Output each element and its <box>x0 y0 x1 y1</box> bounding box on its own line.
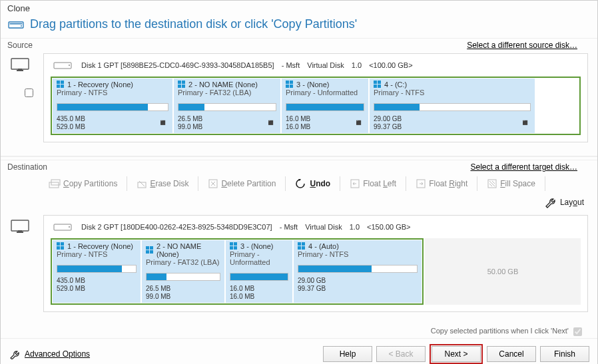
partition-box[interactable]: 2 - NO NAME (None)Primary - FAT32 (LBA)2… <box>142 240 224 303</box>
layout-button[interactable]: Layout <box>540 195 588 210</box>
partition-type: Primary - NTFS <box>57 250 137 258</box>
change-target-link[interactable]: Select a different target disk… <box>470 162 577 172</box>
finish-button[interactable]: Finish <box>540 346 589 362</box>
svg-line-27 <box>139 181 145 186</box>
partition-box[interactable]: 3 - (None)Primary - Unformatted16.0 MB16… <box>226 240 292 303</box>
svg-rect-6 <box>54 63 71 69</box>
partition-box[interactable]: 2 - NO NAME (None)Primary - FAT32 (LBA)2… <box>174 79 280 133</box>
partition-type: Primary - FAT32 (LBA) <box>146 258 220 266</box>
partition-sizes: 26.5 MB99.0 MB <box>146 285 220 301</box>
svg-rect-22 <box>374 85 377 88</box>
partition-box[interactable]: 1 - Recovery (None)Primary - NTFS435.0 M… <box>53 79 172 133</box>
partition-type: Primary - NTFS <box>374 89 531 96</box>
svg-point-2 <box>21 25 22 27</box>
copy-partitions-button[interactable]: Copy Partitions <box>45 177 121 190</box>
free-space-region[interactable]: 50.00 GB <box>425 238 581 305</box>
undo-icon <box>295 178 307 189</box>
svg-rect-14 <box>178 85 181 88</box>
partition-box[interactable]: 4 - (C:)Primary - NTFS29.00 GB99.37 GB◾ <box>370 79 535 133</box>
svg-rect-37 <box>11 220 29 231</box>
usage-bar <box>146 273 220 281</box>
svg-rect-5 <box>18 69 22 71</box>
svg-rect-8 <box>57 81 60 84</box>
stop-icon: ◾ <box>157 117 168 128</box>
delete-icon <box>208 178 218 189</box>
partition-box[interactable]: 3 - (None)Primary - Unformatted16.0 MB16… <box>282 79 368 133</box>
copy-on-next-checkbox <box>573 327 582 336</box>
advanced-options-link[interactable]: Advanced Options <box>25 349 90 359</box>
copy-on-next-label: Copy selected partitions when I click 'N… <box>431 327 569 335</box>
wrench-icon <box>544 196 557 208</box>
float-left-button[interactable]: Float Left <box>346 177 400 190</box>
svg-rect-1 <box>10 23 23 25</box>
svg-rect-20 <box>374 81 377 84</box>
section-source-label: Source <box>7 41 33 50</box>
stop-icon: ◾ <box>265 117 276 128</box>
svg-rect-43 <box>61 242 64 246</box>
source-disk-info: Disk 1 GPT [5898BE25-CDC0-469C-9393-3045… <box>81 61 418 69</box>
usage-bar <box>57 265 137 273</box>
svg-rect-45 <box>61 246 64 250</box>
partition-type: Primary - FAT32 (LBA) <box>178 89 276 96</box>
windows-logo-icon <box>230 242 238 250</box>
svg-rect-13 <box>182 81 185 84</box>
svg-rect-57 <box>302 246 305 250</box>
windows-logo-icon <box>298 242 306 250</box>
svg-line-36 <box>492 181 495 184</box>
partition-box[interactable]: 1 - Recovery (None)Primary - NTFS435.0 M… <box>53 240 141 303</box>
partition-type: Primary - Unformatted <box>230 250 288 266</box>
svg-rect-17 <box>290 81 293 84</box>
stop-icon: ◾ <box>353 117 364 128</box>
erase-disk-button[interactable]: Erase Disk <box>133 177 192 190</box>
svg-rect-3 <box>11 59 29 69</box>
partition-title: 2 - NO NAME (None) <box>188 81 258 89</box>
fill-space-button[interactable]: Fill Space <box>483 177 539 190</box>
partition-sizes: 29.00 GB99.37 GB <box>298 277 418 293</box>
svg-rect-44 <box>57 246 60 250</box>
svg-rect-39 <box>18 230 22 232</box>
change-source-link[interactable]: Select a different source disk… <box>467 41 577 50</box>
back-button: < Back <box>376 346 426 362</box>
delete-partition-button[interactable]: Delete Partition <box>204 177 280 190</box>
svg-rect-23 <box>378 85 381 88</box>
partition-sizes: 435.0 MB529.0 MB <box>57 115 168 131</box>
svg-rect-40 <box>54 224 71 230</box>
svg-rect-11 <box>61 85 64 88</box>
partition-box[interactable]: 4 - (Auto)Primary - NTFS29.00 GB99.37 GB <box>294 240 422 303</box>
disk-icon <box>51 58 75 73</box>
help-button[interactable]: Help <box>323 346 372 362</box>
usage-bar <box>298 265 418 273</box>
undo-button[interactable]: Undo <box>291 177 334 190</box>
svg-rect-49 <box>150 250 153 254</box>
svg-rect-18 <box>286 85 289 88</box>
partition-title: 2 - NO NAME (None) <box>156 242 220 258</box>
float-right-icon <box>416 178 426 189</box>
windows-logo-icon <box>146 246 154 254</box>
windows-logo-icon <box>374 81 382 89</box>
svg-rect-15 <box>182 85 185 88</box>
svg-point-7 <box>69 65 70 66</box>
source-disk-panel[interactable]: Disk 1 GPT [5898BE25-CDC0-469C-9393-3045… <box>43 53 588 142</box>
instruction-text: Drag partitions to the destination disk … <box>30 17 357 31</box>
dest-disk-panel[interactable]: Disk 2 GPT [180DE400-0262-42E3-8925-5348… <box>43 215 588 312</box>
svg-rect-0 <box>9 22 23 28</box>
partition-title: 4 - (Auto) <box>308 242 339 250</box>
disk-drive-icon <box>7 18 25 31</box>
svg-rect-54 <box>298 242 301 246</box>
svg-rect-51 <box>234 242 237 246</box>
partition-type: Primary - Unformatted <box>286 89 364 96</box>
disk-icon <box>51 220 75 234</box>
stop-icon: ◾ <box>519 117 531 128</box>
erase-icon <box>137 178 147 189</box>
usage-bar <box>286 103 364 111</box>
svg-rect-47 <box>150 246 153 250</box>
partition-type: Primary - NTFS <box>57 89 168 96</box>
float-right-button[interactable]: Float Right <box>412 177 471 190</box>
usage-bar <box>230 273 288 281</box>
svg-rect-53 <box>234 246 237 250</box>
svg-rect-48 <box>146 250 149 254</box>
cancel-button[interactable]: Cancel <box>487 346 536 362</box>
section-dest-label: Destination <box>7 162 47 172</box>
next-button[interactable]: Next > <box>432 346 481 362</box>
source-disk-checkbox[interactable] <box>25 89 33 97</box>
